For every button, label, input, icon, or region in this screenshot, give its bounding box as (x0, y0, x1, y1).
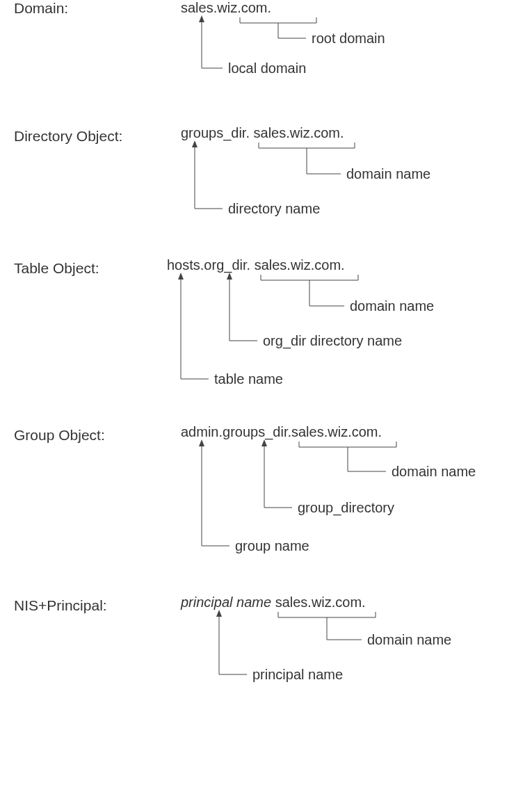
annotations-table: domain name org_dir directory name table… (167, 257, 529, 417)
section-group: Group Object: admin.groups_dir.sales.wiz… (0, 424, 532, 588)
annotations-directory: domain name directory name (181, 125, 529, 250)
svg-marker-7 (178, 273, 184, 280)
svg-marker-11 (199, 439, 204, 446)
anno-root-domain: root domain (312, 31, 385, 46)
section-domain: Domain: sales.wiz.com. root domain local… (0, 0, 532, 118)
anno-group-dir: group_directory (298, 500, 394, 516)
anno-table-org: org_dir directory name (263, 333, 402, 349)
anno-table-domain: domain name (350, 298, 434, 314)
label-group: Group Object: (14, 427, 105, 444)
anno-local-domain: local domain (228, 60, 306, 76)
label-table: Table Object: (14, 260, 99, 277)
svg-marker-3 (192, 140, 198, 147)
svg-marker-1 (199, 15, 204, 22)
anno-dir-domain: domain name (346, 166, 430, 181)
anno-group-name: group name (235, 538, 309, 553)
label-principal: NIS+Principal: (14, 597, 107, 614)
anno-principal-domain: domain name (367, 632, 451, 647)
annotations-domain: root domain local domain (181, 0, 529, 118)
section-principal: NIS+Principal: principal name sales.wiz.… (0, 594, 532, 720)
svg-marker-5 (227, 273, 232, 280)
label-domain: Domain: (14, 0, 68, 17)
anno-group-domain: domain name (392, 464, 476, 479)
section-table: Table Object: hosts.org_dir. sales.wiz.c… (0, 257, 532, 417)
anno-principal-name: principal name (252, 667, 343, 682)
svg-marker-9 (261, 439, 267, 446)
anno-dir-name: directory name (228, 201, 320, 216)
section-directory: Directory Object: groups_dir. sales.wiz.… (0, 125, 532, 250)
annotations-principal: domain name principal name (181, 594, 532, 720)
svg-marker-13 (216, 610, 222, 617)
label-directory: Directory Object: (14, 128, 122, 145)
anno-table-name: table name (214, 371, 283, 387)
annotations-group: domain name group_directory group name (181, 424, 532, 588)
